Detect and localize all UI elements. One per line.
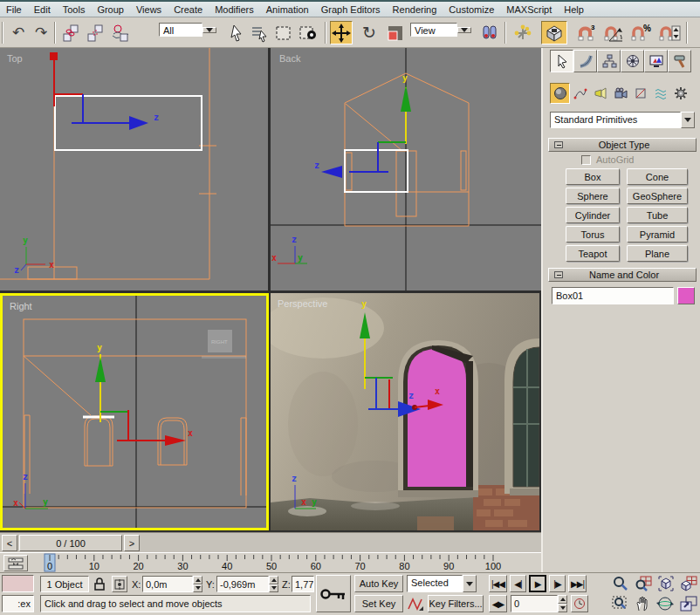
track-bar[interactable]: 0102030405060708090100 xyxy=(0,552,541,572)
selection-filter-value[interactable]: All xyxy=(159,23,202,37)
region-zoom-icon[interactable] xyxy=(611,595,630,614)
menu-animation[interactable]: Animation xyxy=(260,3,315,17)
key-mode-arrow[interactable] xyxy=(463,575,477,592)
go-to-end-icon[interactable]: ▶▶| xyxy=(568,575,587,592)
menu-edit[interactable]: Edit xyxy=(28,3,57,17)
reference-coordinate-value[interactable]: View xyxy=(410,23,457,37)
y-spinner[interactable] xyxy=(269,576,278,592)
key-filters-button[interactable]: Key Filters... xyxy=(428,595,484,612)
viewport-back[interactable]: y z z x y Back xyxy=(271,48,541,290)
unlink-selection-icon[interactable] xyxy=(84,21,106,44)
absolute-offset-toggle-icon[interactable] xyxy=(112,576,127,592)
select-and-rotate-icon[interactable]: ↻ xyxy=(358,21,381,44)
zoom-extents-icon[interactable] xyxy=(656,575,676,594)
selection-filter-arrow[interactable] xyxy=(202,27,216,33)
menu-tools[interactable]: Tools xyxy=(57,3,92,17)
percent-snap-icon[interactable]: % xyxy=(630,21,653,44)
mini-curve-editor-icon[interactable] xyxy=(3,555,28,571)
shapes-icon[interactable] xyxy=(570,83,590,104)
object-button-box[interactable]: Box xyxy=(566,168,620,185)
selection-lock-icon[interactable] xyxy=(93,577,106,593)
select-and-manipulate-icon[interactable] xyxy=(511,21,534,44)
cameras-icon[interactable] xyxy=(610,83,630,104)
go-to-start-icon[interactable]: |◀◀ xyxy=(489,575,507,592)
redo-icon[interactable]: ↷ xyxy=(30,21,52,44)
object-button-plane[interactable]: Plane xyxy=(627,245,688,262)
set-keys-key-icon[interactable] xyxy=(316,575,351,612)
select-and-link-icon[interactable] xyxy=(59,21,82,44)
tab-hierarchy[interactable] xyxy=(597,50,621,72)
zoom-extents-all-icon[interactable] xyxy=(679,575,698,594)
select-and-move-icon[interactable] xyxy=(330,21,353,44)
menu-modifiers[interactable]: Modifiers xyxy=(209,3,260,17)
auto-key-button[interactable]: Auto Key xyxy=(354,575,403,592)
object-button-cylinder[interactable]: Cylinder xyxy=(566,207,620,223)
category-dropdown[interactable]: Standard Primitives xyxy=(550,112,695,128)
snaps-toggle-icon[interactable] xyxy=(541,21,567,44)
key-mode-value[interactable]: Selected xyxy=(407,575,463,592)
pan-hand-icon[interactable] xyxy=(634,595,653,614)
time-slider-handle[interactable]: 0 / 100 xyxy=(19,535,122,551)
viewport-perspective[interactable]: y z x z y x Perspective xyxy=(271,293,539,530)
object-button-tube[interactable]: Tube xyxy=(627,207,688,223)
object-button-cone[interactable]: Cone xyxy=(627,168,688,185)
autogrid-checkbox[interactable] xyxy=(581,155,591,165)
spinner-snap-icon[interactable] xyxy=(658,21,681,44)
menu-create[interactable]: Create xyxy=(168,3,209,17)
object-button-geosphere[interactable]: GeoSphere xyxy=(627,188,688,204)
menu-maxscript[interactable]: MAXScript xyxy=(500,3,558,17)
key-mode-dropdown[interactable]: Selected xyxy=(407,575,477,592)
object-button-pyramid[interactable]: Pyramid xyxy=(627,226,688,243)
object-color-swatch[interactable] xyxy=(677,287,695,304)
helpers-icon[interactable] xyxy=(630,83,650,104)
tab-modify[interactable] xyxy=(573,50,597,72)
bind-to-space-warp-icon[interactable] xyxy=(108,21,131,44)
track-bar-ruler[interactable]: 0102030405060708090100 xyxy=(31,553,541,573)
rectangular-selection-region-icon[interactable] xyxy=(272,21,295,44)
current-frame-field[interactable]: 0 xyxy=(511,595,558,612)
object-button-torus[interactable]: Torus xyxy=(566,226,620,243)
tab-utilities[interactable] xyxy=(668,50,691,72)
zoom-all-icon[interactable] xyxy=(634,575,653,594)
reference-coordinate-arrow[interactable] xyxy=(457,27,471,33)
arc-rotate-icon[interactable] xyxy=(656,595,676,614)
select-and-scale-icon[interactable] xyxy=(384,21,407,44)
menu-group[interactable]: Group xyxy=(91,3,130,17)
menu-graph-editors[interactable]: Graph Editors xyxy=(315,3,387,17)
play-button-icon[interactable]: ▶ xyxy=(529,575,546,592)
maxscript-listener-pink[interactable] xyxy=(2,575,34,592)
z-field[interactable]: 1,773m xyxy=(292,576,314,592)
frame-spinner[interactable] xyxy=(558,595,567,612)
tab-create[interactable] xyxy=(550,50,573,72)
name-color-rollout-header[interactable]: Name and Color xyxy=(548,268,697,282)
tab-motion[interactable] xyxy=(621,50,644,72)
object-type-rollout-header[interactable]: Object Type xyxy=(548,138,697,152)
systems-icon[interactable] xyxy=(670,83,690,104)
menu-file[interactable]: File xyxy=(0,3,28,17)
space-warps-icon[interactable] xyxy=(650,83,670,104)
next-frame-icon[interactable]: |▶ xyxy=(549,575,566,592)
object-name-field[interactable]: Box01 xyxy=(552,287,674,304)
menu-rendering[interactable]: Rendering xyxy=(387,3,443,17)
y-field[interactable]: -0,969m xyxy=(216,576,269,592)
time-slider-prev[interactable]: < xyxy=(2,535,17,551)
zoom-icon[interactable] xyxy=(611,575,630,594)
viewport-right[interactable]: RIGHT y x z y x Right xyxy=(0,293,269,530)
previous-frame-icon[interactable]: ◀| xyxy=(510,575,526,592)
undo-icon[interactable]: ↶ xyxy=(7,21,30,44)
geometry-icon[interactable] xyxy=(550,83,570,104)
menu-help[interactable]: Help xyxy=(558,3,590,17)
category-dropdown-value[interactable]: Standard Primitives xyxy=(550,112,681,128)
x-spinner[interactable] xyxy=(193,576,202,592)
lights-icon[interactable] xyxy=(590,83,610,104)
window-crossing-icon[interactable] xyxy=(297,21,319,44)
default-in-out-tangent-icon[interactable] xyxy=(407,596,424,612)
tab-display[interactable] xyxy=(644,50,668,72)
select-object-icon[interactable] xyxy=(225,21,248,44)
maxscript-listener-field[interactable]: :ex xyxy=(2,595,34,612)
snap-3d-icon[interactable]: 3 xyxy=(574,21,597,44)
min-max-toggle-icon[interactable] xyxy=(679,595,698,614)
category-dropdown-arrow[interactable] xyxy=(681,112,695,128)
object-button-sphere[interactable]: Sphere xyxy=(566,188,620,204)
viewport-top[interactable]: z y x z Top xyxy=(0,48,268,290)
